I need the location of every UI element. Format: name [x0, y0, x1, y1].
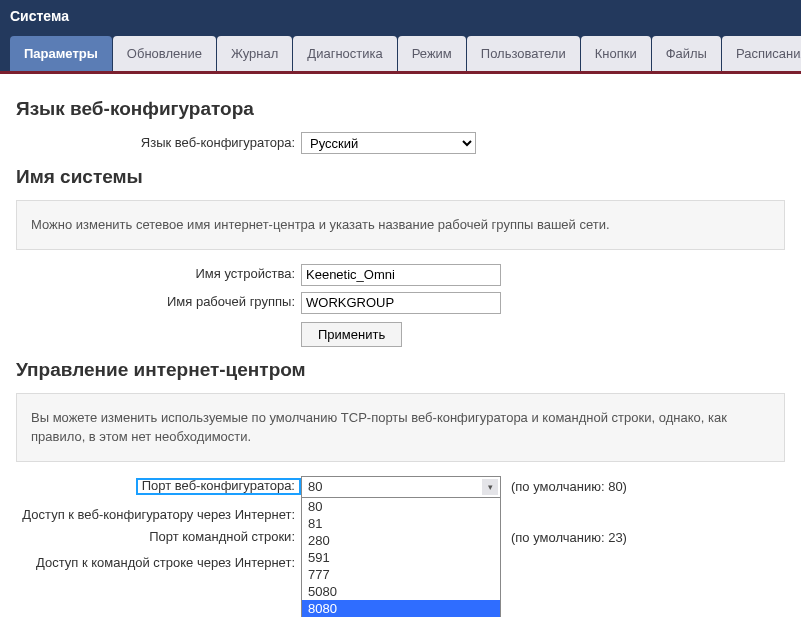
apply-button[interactable]: Применить [301, 322, 402, 347]
device-name-label: Имя устройства: [16, 266, 301, 283]
page-title: Система [10, 8, 69, 24]
web-port-select[interactable]: 80 ▾ 80 81 280 591 777 5080 8080 8090 65… [301, 476, 501, 498]
cli-access-label: Доступ к командой строке через Интернет: [16, 552, 301, 572]
page-header: Система [0, 0, 801, 36]
language-select[interactable]: Русский [301, 132, 476, 154]
section-heading-system-name: Имя системы [16, 166, 785, 188]
web-port-option[interactable]: 280 [302, 532, 500, 549]
web-port-value: 80 [308, 479, 322, 494]
tab-mode[interactable]: Режим [398, 36, 466, 71]
tab-update[interactable]: Обновление [113, 36, 216, 71]
web-port-option[interactable]: 591 [302, 549, 500, 566]
tab-diagnostics[interactable]: Диагностика [293, 36, 396, 71]
tabs-bar: Параметры Обновление Журнал Диагностика … [0, 36, 801, 74]
workgroup-input[interactable] [301, 292, 501, 314]
web-port-option[interactable]: 81 [302, 515, 500, 532]
tab-files[interactable]: Файлы [652, 36, 721, 71]
tab-buttons[interactable]: Кнопки [581, 36, 651, 71]
content-area: Язык веб-конфигуратора Язык веб-конфигур… [0, 74, 801, 572]
workgroup-label: Имя рабочей группы: [16, 294, 301, 311]
cli-port-default-hint: (по умолчанию: 23) [511, 530, 627, 545]
section-heading-management: Управление интернет-центром [16, 359, 785, 381]
cli-port-label: Порт командной строки: [16, 529, 301, 546]
web-port-option[interactable]: 5080 [302, 583, 500, 600]
language-label: Язык веб-конфигуратора: [16, 135, 301, 152]
tab-journal[interactable]: Журнал [217, 36, 292, 71]
device-name-input[interactable] [301, 264, 501, 286]
web-port-option[interactable]: 777 [302, 566, 500, 583]
web-port-dropdown-list: 80 81 280 591 777 5080 8080 8090 65080 [301, 498, 501, 618]
web-port-option[interactable]: 8080 [302, 600, 500, 617]
web-port-label: Порт веб-конфигуратора: [136, 478, 301, 495]
tab-parameters[interactable]: Параметры [10, 36, 112, 71]
system-name-hint: Можно изменить сетевое имя интернет-цент… [16, 200, 785, 250]
web-port-option[interactable]: 80 [302, 498, 500, 515]
chevron-down-icon: ▾ [482, 479, 498, 495]
web-port-default-hint: (по умолчанию: 80) [511, 479, 627, 494]
section-heading-language: Язык веб-конфигуратора [16, 98, 785, 120]
web-access-label: Доступ к веб-конфигуратору через Интерне… [16, 504, 301, 524]
management-hint: Вы можете изменить используемые по умолч… [16, 393, 785, 462]
tab-users[interactable]: Пользователи [467, 36, 580, 71]
tab-schedules[interactable]: Расписания [722, 36, 801, 71]
